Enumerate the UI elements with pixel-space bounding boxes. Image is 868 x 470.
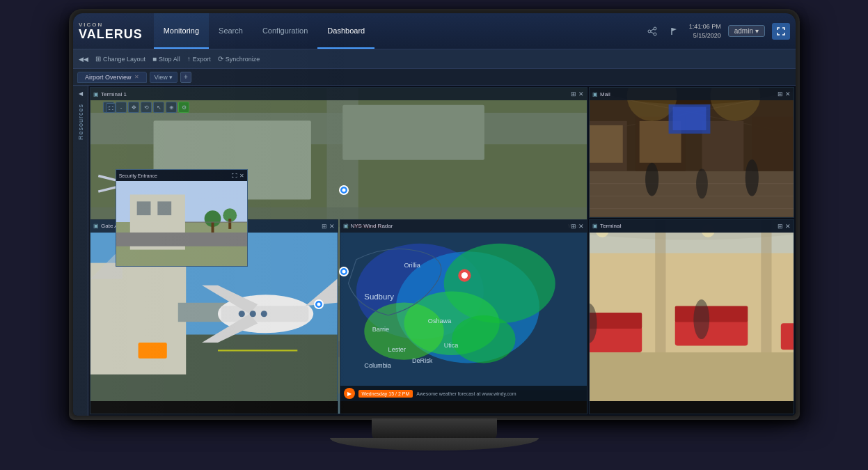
panel-controls-terminal-br: ⊞ ✕	[778, 222, 791, 229]
popup-expand-icon[interactable]: ⛶	[231, 172, 237, 178]
export-btn[interactable]: ↑ Export	[187, 55, 210, 63]
stop-all-btn[interactable]: ■ Stop All	[152, 55, 180, 63]
nav-tab-monitoring[interactable]: Monitoring	[153, 13, 208, 49]
panel-controls-gate: ⊞ ✕	[321, 222, 334, 229]
svg-text:Lester: Lester	[388, 345, 405, 352]
zoom-out-btn[interactable]: -	[116, 102, 127, 113]
panel-controls-terminal1: ⊞ ✕	[571, 91, 584, 97]
admin-button[interactable]: admin ▾	[727, 25, 764, 37]
panel-grid-mall-icon[interactable]: ⊞	[778, 91, 783, 97]
svg-point-2	[647, 29, 650, 32]
panel-close-terminal-br[interactable]: ✕	[785, 222, 791, 229]
dropdown-arrow-icon: ▾	[168, 73, 172, 80]
svg-rect-102	[90, 263, 186, 374]
svg-rect-61	[752, 116, 794, 171]
monitor-base	[330, 438, 539, 451]
airport-overview-tab[interactable]: Airport Overview ✕	[77, 71, 147, 82]
panel-wind-radar: ▣ NYS Wind Radar ⊞ ✕	[339, 219, 587, 414]
panel-controls-wind: ⊞ ✕	[571, 222, 584, 229]
view-dropdown[interactable]: View ▾	[149, 71, 177, 82]
panel-header-wind: ▣ NYS Wind Radar ⊞ ✕	[340, 219, 587, 232]
svg-text:Oshawa: Oshawa	[427, 317, 451, 324]
panel-title-terminal-br: ▣ Terminal	[592, 223, 621, 229]
popup-close-icon[interactable]: ✕	[239, 172, 244, 178]
export-icon: ↑	[187, 55, 190, 63]
collapse-btn[interactable]: ◀◀	[79, 55, 88, 62]
popup-video	[116, 181, 246, 266]
synchronize-btn[interactable]: ⟳ Synchronize	[217, 55, 260, 63]
layout-icon: ⊞	[95, 55, 101, 63]
svg-rect-45	[116, 232, 246, 246]
svg-text:DeRisk: DeRisk	[411, 357, 432, 363]
add-tab-button[interactable]: +	[180, 71, 191, 82]
panel-close-gate[interactable]: ✕	[329, 222, 334, 229]
tab-close-icon[interactable]: ✕	[134, 74, 139, 80]
play-button[interactable]: ▶	[343, 388, 354, 399]
sidebar: ◀ Resources	[73, 86, 88, 416]
panel-mall: ▣ Mall ⊞ ✕	[589, 87, 794, 218]
security-entrance-popup: Security Entrance ⛶ ✕	[115, 169, 247, 267]
select-btn[interactable]: ↖	[153, 102, 164, 113]
nav-tab-search[interactable]: Search	[209, 13, 253, 49]
panel-grid-icon[interactable]: ⊞	[571, 91, 576, 97]
svg-rect-138	[674, 306, 748, 322]
monitor-stand	[372, 418, 497, 439]
pan-btn[interactable]: ✥	[128, 102, 139, 113]
logo-section: VICON VALERUS	[79, 22, 143, 40]
cam-marker-3[interactable]	[313, 299, 323, 309]
map-toolbar: + - ✥ ⟲ ↖ ⊕ ⚙	[103, 102, 189, 113]
tabbar: Airport Overview ✕ View ▾ +	[73, 69, 796, 86]
panel-header-mall: ▣ Mall ⊞ ✕	[590, 88, 794, 100]
svg-rect-43	[136, 201, 150, 215]
svg-rect-137	[674, 319, 748, 345]
panel-controls-mall: ⊞ ✕	[778, 91, 791, 97]
svg-point-1	[653, 32, 656, 35]
stop-icon: ■	[152, 55, 157, 63]
fullscreen-button[interactable]	[772, 22, 790, 39]
chevron-down-icon: ▾	[755, 27, 759, 35]
change-layout-btn[interactable]: ⊞ Change Layout	[95, 55, 145, 63]
svg-rect-47	[211, 222, 214, 233]
svg-rect-54	[590, 171, 794, 217]
nav-tab-dashboard[interactable]: Dashboard	[317, 13, 374, 49]
camera-wind-icon: ▣	[342, 223, 348, 229]
windy-bottom-bar: ▶ Wednesday 15 / 2 PM Awesome weather fo…	[340, 386, 587, 401]
layers-btn[interactable]: ⊕	[166, 102, 177, 113]
monitor-bezel: VICON VALERUS Monitoring Search Configur…	[69, 9, 800, 420]
cam-marker-1[interactable]	[338, 185, 348, 195]
svg-rect-136	[590, 312, 642, 328]
svg-text:Barrie: Barrie	[372, 325, 388, 332]
panel-grid-gate-icon[interactable]: ⊞	[321, 222, 326, 229]
screen: VICON VALERUS Monitoring Search Configur…	[73, 13, 796, 416]
camera-terminal-icon: ▣	[592, 223, 598, 229]
svg-line-3	[650, 29, 653, 30]
wind-video: 🍃 Windy.com Wind ▸	[340, 219, 587, 400]
brand-name: VALERUS	[79, 28, 143, 40]
panel-close-wind[interactable]: ✕	[578, 222, 584, 229]
mall-video	[590, 88, 794, 217]
sidebar-toggle[interactable]: ◀	[74, 88, 86, 98]
popup-title: Security Entrance	[118, 173, 157, 178]
panel-close-mall[interactable]: ✕	[785, 91, 791, 97]
svg-rect-109	[138, 342, 166, 358]
svg-text:Sudbury: Sudbury	[363, 292, 393, 300]
terminal-video	[590, 219, 794, 400]
panel-header-terminal1: ▣ Terminal 1 ⊞ ✕	[90, 88, 587, 100]
panel-grid-wind-icon[interactable]: ⊞	[571, 222, 576, 229]
main-content: ◀ Resources ▣ Terminal 1 ⊞	[73, 86, 796, 416]
rotate-btn[interactable]: ⟲	[141, 102, 152, 113]
svg-rect-135	[590, 325, 642, 352]
svg-text:Columbia: Columbia	[363, 361, 390, 368]
video-grid: ▣ Terminal 1 ⊞ ✕ + - ✥	[88, 86, 796, 416]
svg-rect-49	[228, 219, 230, 229]
cam-marker-2[interactable]	[338, 267, 348, 276]
panel-grid-terminal-icon[interactable]: ⊞	[778, 222, 783, 229]
panel-close-terminal1[interactable]: ✕	[578, 91, 584, 97]
nav-tab-configuration[interactable]: Configuration	[252, 13, 317, 49]
svg-rect-134	[590, 352, 794, 400]
svg-rect-12	[342, 104, 484, 159]
expand-map-btn[interactable]: ⛶	[106, 103, 116, 113]
map-settings-btn[interactable]: ⚙	[178, 102, 189, 113]
share-icon[interactable]	[644, 23, 659, 38]
flag-icon[interactable]	[666, 23, 681, 38]
